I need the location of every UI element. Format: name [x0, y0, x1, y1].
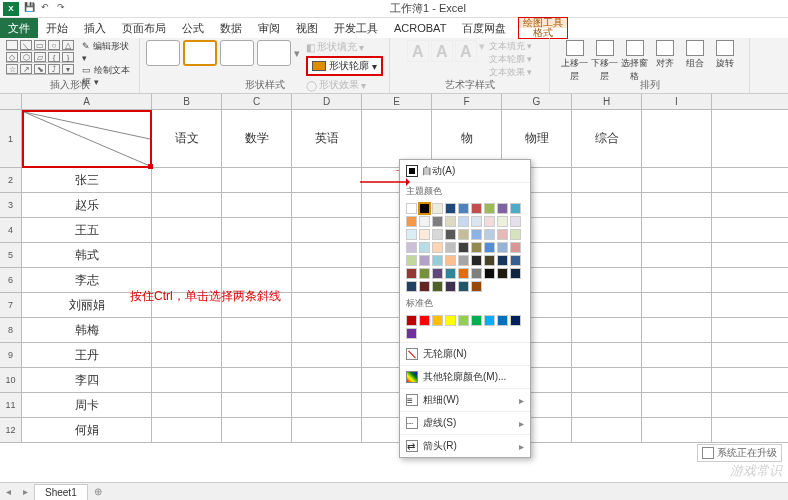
cell[interactable] [292, 393, 362, 417]
color-swatch[interactable] [471, 216, 482, 227]
color-swatch[interactable] [471, 268, 482, 279]
cell[interactable]: 何娟 [22, 418, 152, 442]
color-swatch[interactable] [419, 229, 430, 240]
color-swatch[interactable] [510, 229, 521, 240]
row-header[interactable]: 3 [0, 193, 22, 217]
row-11[interactable]: 11周卡 [0, 393, 788, 418]
color-swatch[interactable] [432, 203, 443, 214]
color-swatch[interactable] [510, 255, 521, 266]
cell[interactable] [292, 343, 362, 367]
column-headers[interactable]: A B C D E F G H I [0, 94, 788, 110]
dashes-item[interactable]: ┈虚线(S)▸ [400, 411, 530, 434]
tab-formulas[interactable]: 公式 [174, 18, 212, 38]
color-swatch[interactable] [497, 255, 508, 266]
color-swatch[interactable] [445, 255, 456, 266]
file-tab[interactable]: 文件 [0, 18, 38, 38]
cell[interactable] [572, 243, 642, 267]
color-swatch[interactable] [497, 229, 508, 240]
cell[interactable] [222, 368, 292, 392]
cell[interactable] [222, 193, 292, 217]
context-tab-format[interactable]: 格式 [529, 28, 557, 38]
cell[interactable]: 韩式 [22, 243, 152, 267]
row-2[interactable]: 2张三 [0, 168, 788, 193]
shape-style-gallery[interactable]: ▾ [146, 40, 300, 66]
color-swatch[interactable] [497, 242, 508, 253]
cell[interactable] [292, 318, 362, 342]
color-swatch[interactable] [406, 315, 417, 326]
color-swatch[interactable] [406, 203, 417, 214]
tab-page-layout[interactable]: 页面布局 [114, 18, 174, 38]
shape-outline-color-popup[interactable]: 自动(A) 主题颜色 标准色 无轮廓(N) 其他轮廓颜色(M)... ≡粗细(W… [399, 159, 531, 458]
col-header-B[interactable]: B [152, 94, 222, 109]
color-swatch[interactable] [445, 268, 456, 279]
cell[interactable]: 周卡 [22, 393, 152, 417]
standard-color-grid[interactable] [400, 312, 530, 342]
quick-access-toolbar[interactable]: 💾 ↶ ↷ [22, 2, 68, 16]
color-swatch[interactable] [497, 216, 508, 227]
row-header[interactable]: 12 [0, 418, 22, 442]
tab-review[interactable]: 审阅 [250, 18, 288, 38]
color-swatch[interactable] [406, 268, 417, 279]
tab-acrobat[interactable]: ACROBAT [386, 18, 454, 38]
color-swatch[interactable] [406, 255, 417, 266]
no-outline-item[interactable]: 无轮廓(N) [400, 342, 530, 365]
color-swatch[interactable] [497, 268, 508, 279]
color-swatch[interactable] [484, 216, 495, 227]
row-3[interactable]: 3赵乐 [0, 193, 788, 218]
cell[interactable] [152, 343, 222, 367]
color-swatch[interactable] [445, 281, 456, 292]
row-header[interactable]: 4 [0, 218, 22, 242]
color-swatch[interactable] [406, 328, 417, 339]
col-header-D[interactable]: D [292, 94, 362, 109]
cell[interactable] [642, 343, 712, 367]
col-header-H[interactable]: H [572, 94, 642, 109]
tab-home[interactable]: 开始 [38, 18, 76, 38]
worksheet[interactable]: A B C D E F G H I 1语文数学英语物物理综合2张三3赵乐4王五5… [0, 94, 788, 443]
row-header[interactable]: 7 [0, 293, 22, 317]
color-swatch[interactable] [432, 281, 443, 292]
cell[interactable] [572, 268, 642, 292]
row-header[interactable]: 8 [0, 318, 22, 342]
cell[interactable] [572, 343, 642, 367]
theme-color-grid[interactable] [400, 200, 530, 295]
context-tab-drawing[interactable]: 绘图工具 格式 [518, 17, 568, 39]
cell[interactable] [572, 418, 642, 442]
color-swatch[interactable] [458, 216, 469, 227]
color-swatch[interactable] [445, 203, 456, 214]
cell[interactable] [222, 318, 292, 342]
cell[interactable] [292, 418, 362, 442]
cell[interactable] [152, 393, 222, 417]
cell[interactable] [222, 343, 292, 367]
color-swatch[interactable] [484, 242, 495, 253]
cell[interactable] [642, 168, 712, 192]
color-swatch[interactable] [497, 203, 508, 214]
cell[interactable] [152, 318, 222, 342]
cell[interactable] [222, 218, 292, 242]
color-swatch[interactable] [419, 281, 430, 292]
cell[interactable] [642, 293, 712, 317]
tab-data[interactable]: 数据 [212, 18, 250, 38]
color-swatch[interactable] [510, 216, 521, 227]
more-colors-item[interactable]: 其他轮廓颜色(M)... [400, 365, 530, 388]
cell[interactable]: 王丹 [22, 343, 152, 367]
cell[interactable] [642, 318, 712, 342]
color-swatch[interactable] [458, 229, 469, 240]
row-header[interactable]: 1 [0, 110, 22, 167]
cell[interactable] [572, 368, 642, 392]
color-swatch[interactable] [432, 216, 443, 227]
color-swatch[interactable] [406, 281, 417, 292]
color-swatch[interactable] [458, 242, 469, 253]
cell[interactable] [642, 368, 712, 392]
cell[interactable] [152, 168, 222, 192]
color-swatch[interactable] [432, 315, 443, 326]
cell[interactable] [222, 418, 292, 442]
color-swatch[interactable] [510, 242, 521, 253]
row-header[interactable]: 5 [0, 243, 22, 267]
tab-nav-next[interactable]: ▸ [17, 486, 34, 497]
row-4[interactable]: 4王五 [0, 218, 788, 243]
col-header-E[interactable]: E [362, 94, 432, 109]
row-header[interactable]: 9 [0, 343, 22, 367]
row-8[interactable]: 8韩梅 [0, 318, 788, 343]
color-swatch[interactable] [419, 216, 430, 227]
cell[interactable] [572, 293, 642, 317]
